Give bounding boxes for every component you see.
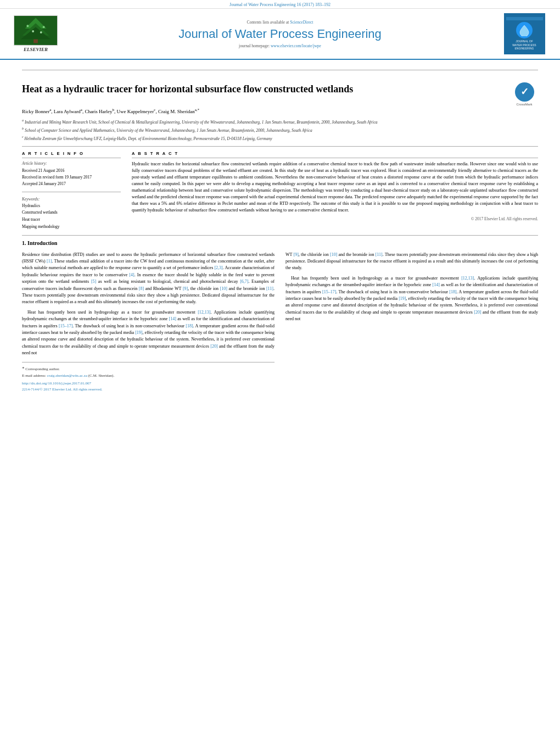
abstract-col: A B S T R A C T Hydraulic tracer studies…	[132, 151, 538, 231]
elsevier-text: ELSEVIER	[24, 47, 48, 52]
body-para-2: Heat has frequently been used in hydroge…	[22, 309, 275, 357]
article-info-heading: A R T I C L E I N F O	[22, 151, 121, 158]
email-suffix: (C.M. Sheridan).	[88, 373, 114, 378]
article-info-abstract-row: A R T I C L E I N F O Article history: R…	[22, 151, 538, 231]
journal-header: ELSEVIER Contents lists available at Sci…	[0, 9, 560, 60]
doi-line[interactable]: http://dx.doi.org/10.1016/j.jwpe.2017.01…	[22, 381, 275, 387]
crossmark-label: CrossMark	[516, 103, 532, 106]
article-history-label: Article history:	[22, 161, 121, 166]
svg-point-6	[43, 26, 45, 28]
keywords-label: Keywords:	[22, 197, 121, 202]
body-para-1: Residence time distribution (RTD) studie…	[22, 252, 275, 306]
journal-center: Contents lists available at ScienceDirec…	[60, 20, 500, 48]
email-label: E-mail address:	[22, 373, 46, 378]
svg-point-7	[32, 30, 34, 32]
section-number: 1.	[22, 240, 26, 246]
corresponding-label: Corresponding author.	[25, 367, 60, 371]
svg-point-5	[26, 25, 29, 27]
elsevier-logo-left: ELSEVIER	[11, 15, 60, 52]
logo-text: JOURNAL OFWATER PROCESSENGINEERING	[512, 40, 536, 51]
journal-logo-right: JOURNAL OFWATER PROCESSENGINEERING	[500, 13, 549, 54]
abstract-text: Hydraulic tracer studies for horizontal …	[132, 161, 538, 214]
crossmark: ✓ CrossMark	[511, 80, 538, 108]
keyword-3: Heat tracer	[22, 216, 121, 224]
authors: Ricky Bonnera, Lara Aylwarda, Charis Har…	[22, 108, 538, 115]
footnote-star-line: * Corresponding author.	[22, 365, 275, 373]
article-title: Heat as a hydraulic tracer for horizonta…	[22, 83, 353, 96]
abstract-copyright: © 2017 Elsevier Ltd. All rights reserved…	[132, 216, 538, 221]
water-drop-icon	[516, 22, 533, 38]
keyword-1: Hydraulics	[22, 203, 121, 210]
section-1-title: 1. Introduction	[22, 240, 538, 246]
section-rule-2	[22, 235, 538, 236]
logo-top-bar	[506, 17, 543, 20]
abstract-heading: A B S T R A C T	[132, 151, 538, 158]
article-info-col: A R T I C L E I N F O Article history: R…	[22, 151, 121, 231]
section-title-text: Introduction	[27, 240, 57, 246]
contents-line: Contents lists available at ScienceDirec…	[60, 20, 500, 25]
footnote-email-line: E-mail address: craig.sheridan@wits.ac.z…	[22, 373, 275, 379]
journal-title: Journal of Water Process Engineering	[60, 27, 500, 41]
section-rule-1	[22, 146, 538, 147]
crossmark-icon: ✓	[515, 82, 534, 102]
article-dates: Received 21 August 2016 Received in revi…	[22, 168, 121, 187]
top-rule	[22, 70, 538, 70]
keyword-4: Mapping methodology	[22, 224, 121, 231]
main-content: Heat as a hydraulic tracer for horizonta…	[0, 60, 560, 403]
footnote-star: *	[22, 366, 25, 371]
sciencedirect-link[interactable]: ScienceDirect	[290, 20, 313, 25]
svg-point-8	[40, 31, 42, 34]
journal-reference-bar: Journal of Water Process Engineering 16 …	[0, 0, 560, 9]
issn-line: 2214-7144/© 2017 Elsevier Ltd. All right…	[22, 387, 275, 393]
title-row: Heat as a hydraulic tracer for horizonta…	[22, 75, 538, 108]
corresponding-email[interactable]: craig.sheridan@wits.ac.za	[47, 373, 88, 378]
accepted-date: Accepted 24 January 2017	[22, 181, 121, 187]
affiliation-c: c Helmholtz Zentrum für Umweltforschung …	[22, 135, 538, 142]
journal-logo-box: JOURNAL OFWATER PROCESSENGINEERING	[504, 13, 545, 54]
body-two-col: Residence time distribution (RTD) studie…	[22, 252, 538, 393]
affiliation-a: a Industrial and Mining Water Research U…	[22, 118, 538, 125]
journal-reference: Journal of Water Process Engineering 16 …	[229, 2, 331, 7]
homepage-line: journal homepage: www.elsevier.com/locat…	[60, 43, 500, 48]
affiliations: a Industrial and Mining Water Research U…	[22, 118, 538, 142]
homepage-link[interactable]: www.elsevier.com/locate/jwpe	[271, 43, 321, 48]
keyword-2: Constructed wetlands	[22, 209, 121, 216]
body-right-para-1: WT [9], the chloride ion [10] and the br…	[285, 252, 538, 272]
body-col-right: WT [9], the chloride ion [10] and the br…	[285, 252, 538, 393]
footnote-area: * Corresponding author. E-mail address: …	[22, 362, 275, 378]
info-rule	[22, 192, 121, 192]
received-date: Received 21 August 2016	[22, 168, 121, 174]
elsevier-tree-icon	[14, 15, 58, 46]
affiliation-b: b School of Computer Science and Applied…	[22, 126, 538, 133]
body-col-left: Residence time distribution (RTD) studie…	[22, 252, 275, 393]
revised-date: Received in revised form 19 January 2017	[22, 174, 121, 181]
body-right-para-2: Heat has frequently been used in hydroge…	[285, 275, 538, 323]
keywords-list: Hydraulics Constructed wetlands Heat tra…	[22, 203, 121, 231]
bottom-bar: http://dx.doi.org/10.1016/j.jwpe.2017.01…	[22, 378, 275, 392]
